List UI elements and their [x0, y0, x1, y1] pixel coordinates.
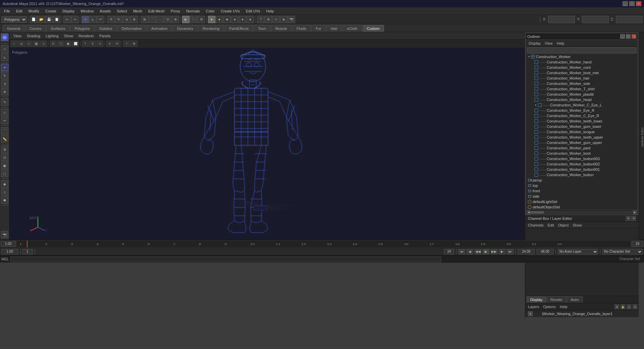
- xray-btn[interactable]: ◈: [280, 16, 287, 23]
- tree-item-root[interactable]: ▼ Construction_Worker: [526, 54, 638, 59]
- auto-key-btn[interactable]: ⏺: [1, 196, 8, 204]
- help-menu[interactable]: Help: [558, 304, 569, 309]
- layers-menu[interactable]: Layers: [527, 304, 540, 309]
- tree-item-top[interactable]: top: [526, 183, 638, 188]
- select-tool-btn[interactable]: ⊹: [82, 16, 89, 23]
- tree-item[interactable]: —— Construction_Worker_cord: [526, 65, 638, 70]
- light3-btn[interactable]: ●: [223, 16, 231, 23]
- new-scene-btn[interactable]: 📄: [30, 16, 37, 23]
- outliner-hscrollbar[interactable]: ◀ ▶: [526, 210, 638, 214]
- tree-item[interactable]: —— Construction_Worker_sole: [526, 81, 638, 86]
- vp-shading-wire[interactable]: ⊡: [50, 41, 57, 47]
- outliner-search-input[interactable]: [527, 47, 636, 53]
- vp-shading-bounding[interactable]: ⬜: [72, 41, 79, 47]
- tree-item[interactable]: —— Construction_Worker_hair: [526, 76, 638, 81]
- layer-entry[interactable]: V |Worker_Wearing_Orange_Overalls_layer1: [525, 310, 639, 317]
- tab-subdivs[interactable]: Subdivs: [95, 25, 117, 32]
- anim-end-field[interactable]: [537, 249, 553, 254]
- expand-icon[interactable]: ▼: [527, 54, 531, 59]
- lasso-tool-btn[interactable]: ⊂: [1, 109, 8, 116]
- menu-create[interactable]: Create: [43, 8, 59, 14]
- rotate-btn[interactable]: ↻: [1, 72, 8, 79]
- vp-menu-renderer[interactable]: Renderer: [77, 33, 95, 39]
- vp-shading-flat[interactable]: ▣: [65, 41, 71, 47]
- paint-tool-btn[interactable]: ✏: [1, 117, 8, 124]
- tree-item-defaultlightset[interactable]: defaultLightSet: [526, 199, 638, 204]
- light4-btn[interactable]: ●: [231, 16, 238, 23]
- vp-menu-panels[interactable]: Panels: [98, 33, 112, 39]
- tab-rendering[interactable]: Rendering: [198, 25, 224, 32]
- vp-menu-lighting[interactable]: Lighting: [44, 33, 60, 39]
- tree-item[interactable]: —— Construction_Worker_teeth_lower: [526, 118, 638, 124]
- play-fwd-fast-btn[interactable]: ▶▶: [491, 249, 497, 254]
- transport-frame-field[interactable]: [22, 249, 33, 254]
- cb-icon2[interactable]: ⊗: [631, 216, 636, 221]
- light1-btn[interactable]: ●: [208, 16, 215, 23]
- render-settings-btn[interactable]: ⚙: [198, 16, 205, 23]
- select-mode-btn[interactable]: ⊹: [1, 45, 8, 53]
- menu-proxy[interactable]: Proxy: [168, 8, 183, 14]
- maximize-btn[interactable]: □: [629, 1, 635, 6]
- coord-y-field[interactable]: [582, 16, 609, 23]
- paint-sel-btn[interactable]: ⊾: [1, 53, 8, 61]
- time-start-field[interactable]: [1, 241, 16, 247]
- cb-tab-anim[interactable]: Anim: [567, 296, 583, 303]
- tree-item-persp[interactable]: persp: [526, 178, 638, 183]
- symmetry-btn[interactable]: ⊂: [272, 16, 280, 23]
- open-btn[interactable]: 📂: [38, 16, 45, 23]
- lasso-select-btn[interactable]: ⊾: [89, 16, 97, 23]
- vp-sel-mode5[interactable]: ◻: [40, 41, 47, 47]
- scale-btn[interactable]: ⇲: [1, 80, 8, 87]
- measure-btn[interactable]: 📏: [1, 135, 8, 143]
- anim-layer-select[interactable]: No Anim Layer: [558, 249, 598, 254]
- snap-point-btn[interactable]: ·: [156, 16, 164, 23]
- tree-item[interactable]: —— Construction_Worker_Eye_R: [526, 108, 638, 113]
- expand-icon[interactable]: ▼: [534, 103, 537, 107]
- cb-menu-show[interactable]: Show: [571, 223, 583, 228]
- outliner-menu-display[interactable]: Display: [527, 41, 542, 46]
- undo-btn[interactable]: ↩: [63, 16, 71, 23]
- redo-btn[interactable]: ↪: [71, 16, 78, 23]
- tree-item[interactable]: —— Construction_Worker_pant: [526, 145, 638, 151]
- menu-color[interactable]: Color: [203, 8, 217, 14]
- tree-item[interactable]: —— Construction_Worker_teeth_upper: [526, 135, 638, 140]
- vp-isolate-btn[interactable]: I: [123, 41, 130, 47]
- outliner-menu-help[interactable]: Help: [555, 41, 566, 46]
- vp-shadow-btn[interactable]: S: [89, 41, 96, 47]
- move-btn[interactable]: ✛: [1, 64, 8, 71]
- prev-frame-btn[interactable]: ◀: [467, 249, 473, 254]
- play-back-btn[interactable]: ◀◀: [475, 249, 481, 254]
- char-set-select[interactable]: No Character Set: [602, 249, 643, 254]
- menu-mesh[interactable]: Mesh: [130, 8, 145, 14]
- menu-help[interactable]: Help: [264, 8, 277, 14]
- snap-curve-btn[interactable]: ⌒: [149, 16, 156, 23]
- canvas-3d[interactable]: Polygons: [9, 48, 525, 240]
- tree-item[interactable]: —— Construction_Worker_button001: [526, 167, 638, 172]
- save-btn[interactable]: 💾: [45, 16, 53, 23]
- tab-curves[interactable]: Curves: [25, 25, 46, 32]
- quick-sel-btn[interactable]: ⊡: [1, 154, 8, 161]
- tree-item[interactable]: —— Construction_Worker_button: [526, 172, 638, 178]
- tree-item[interactable]: —— Construction_Worker_tongue: [526, 129, 638, 135]
- vp-sel-mode3[interactable]: ⬡: [25, 41, 32, 47]
- render-current-btn[interactable]: ▶: [182, 16, 190, 23]
- scroll-left-btn[interactable]: ◀: [527, 210, 531, 214]
- show-manip-btn[interactable]: ✎: [1, 98, 8, 106]
- scroll-thumb[interactable]: [531, 211, 544, 214]
- tree-item[interactable]: —— Construction_Worker_gum_upper: [526, 140, 638, 145]
- tab-general[interactable]: General: [3, 25, 24, 32]
- scroll-right-btn[interactable]: ▶: [633, 210, 637, 214]
- attribute-editor-strip[interactable]: Attribute Editor: [639, 32, 644, 240]
- display-layer-btn[interactable]: ⊞: [1, 146, 8, 153]
- transport-end-field[interactable]: [444, 249, 454, 254]
- axis-btn[interactable]: ⊕: [265, 16, 272, 23]
- time-end-field[interactable]: [632, 241, 643, 247]
- transport-current-time[interactable]: [1, 249, 18, 254]
- anim-start-field[interactable]: [518, 249, 535, 254]
- cb-menu-edit[interactable]: Edit: [546, 223, 555, 228]
- menu-assets[interactable]: Assets: [97, 8, 113, 14]
- layer-visibility-btn[interactable]: V: [528, 311, 533, 316]
- light6-btn[interactable]: ●: [247, 16, 254, 23]
- cb-menu-object[interactable]: Object: [556, 223, 570, 228]
- save-as-btn[interactable]: 📋: [53, 16, 60, 23]
